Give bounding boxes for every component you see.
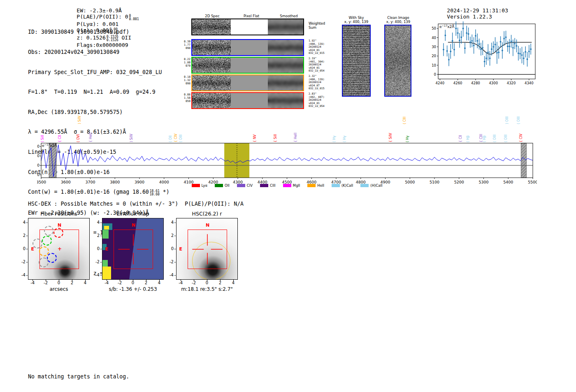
detection-id: ID: 3090130849 (3090130849.pdf) [28,29,170,35]
line-label-SiII: { SiII [274,134,277,142]
y-tickmark [26,223,28,223]
legend-item-CIV: CIV [237,183,253,188]
line-fit-chart: 01020304050424042604280430043204340e−17x… [426,21,538,89]
fiber-xlabel: arcsecs [28,286,90,292]
y-tick: 0 [92,246,100,251]
y-tickmark [26,236,28,236]
y-tick: -4 [92,273,100,277]
y-tick: 2 [166,233,174,238]
y-tickmark [174,223,176,223]
clean-image [384,25,411,97]
svg-text:0: 0 [37,163,39,167]
clean-image-title: Clean Imagex, y: 400, 139 [382,16,415,24]
x-tickmark [133,280,133,281]
x-tickmark [33,280,33,281]
cont-w: Cont(w) = 1.80(±0.01)e-16 (gmag 18.6018.… [28,189,170,196]
compass-north: N [58,223,61,228]
y-tick: 4 [166,220,174,225]
elixer-report-page: EW: -2.3±-0.9Å P(LAE)/P(OII): 000.001 P(… [0,0,576,392]
legend-item-Lyα: Lyα [192,183,208,188]
y-tick: -4 [18,273,26,277]
line-label-OVI: ( OVI [77,134,80,142]
line-label-OIII: ) OIII [505,116,509,124]
y-tickmark [100,275,102,276]
y-tickmark [26,262,28,262]
y-tick: -4 [166,273,174,277]
weighted-sum-label: WeightedSum [309,21,325,30]
svg-text:20: 20 [432,54,436,58]
pixel-flat-1 [231,40,268,55]
svg-text:4260: 4260 [453,81,462,85]
footer-line-1: No matching targets in catalog. [28,373,129,380]
line-label-Hγ: ( Hγ [332,135,336,142]
line-label-Hβ: ( Hβ [483,135,486,142]
y-tick: 2 [18,233,26,238]
footer-note: No matching targets in catalog. Row inte… [28,360,129,392]
report-version: Version 1.22.3 [447,14,492,20]
line-label-OIII: ( OIII [504,135,508,142]
line-label-SiIV: { SiIV [389,133,393,142]
y-tickmark [26,275,28,276]
cutout-row-1 [191,39,304,56]
center-marker: + [58,246,62,252]
crosshair [177,218,238,280]
x-tickmark [220,280,221,281]
x-tickmark [59,280,59,281]
line-label-OIII: ( OIII [493,135,497,142]
svg-text:4300: 4300 [489,81,498,85]
cutout-right-label-3: 2.32"(400, 139)20200124v024_07032_LU_015 [309,75,327,90]
svg-text:100: 100 [37,144,39,148]
cutout-left-label-3: 0.181.32098 [182,75,190,85]
line-label-HeII: { HeII [294,133,297,142]
cutout-left-label-1: 0.391.77098 [182,40,190,50]
seeing-throughput: F=1.8" T=0.119 N=1.21 A=0.09 g=24.9 [28,89,170,95]
cutout-row-4 [191,92,304,109]
lineflux-map-panel: NE [102,218,164,280]
line-label-OII: ( OII [169,135,172,142]
x-tick: -4 [103,281,110,285]
svg-text:4320: 4320 [507,81,516,85]
pixel-flat-3 [231,75,268,90]
cutout-row-0 [191,19,304,35]
x-tickmark [181,280,181,281]
x-tick: 4 [230,281,237,285]
line-label-OIII: ( OIII [517,116,520,124]
svg-text:4280: 4280 [471,81,480,85]
legend-item-CIII: CIII [260,183,275,188]
svg-text:0: 0 [434,72,436,77]
line-label-CIII: ( CIII [403,117,406,124]
y-tick: 2 [92,233,100,238]
y-tick: 4 [18,220,26,225]
cutout-right-label-2: 2.19"(401, 304)20200124v024_01032_LU_054 [309,57,327,73]
x-tick: 2 [143,281,149,285]
y-tick: -2 [166,260,174,264]
legend-item-HeII: HeII [307,183,324,188]
line-label-SiII: ( SiII [41,135,44,142]
x-tick: 4 [82,281,88,285]
y-tickmark [26,249,28,249]
primary-spec-slot: Primary Spec_Slot_IFU_AMP: 032_094_028_L… [28,69,170,76]
y-tickmark [174,262,176,262]
x-tickmark [159,280,160,281]
cutout-right-label-4: 2.83"(402, 487)20200124v024_01032_LU_054 [309,93,327,108]
ew-value: EW: -2.3±-0.9Å [77,7,122,14]
svg-text:-50: -50 [37,173,39,177]
x-tickmark [46,280,46,281]
line-label-CII: { CII [58,135,62,142]
x-tickmark [107,280,107,281]
fiber-circle-6 [47,253,57,263]
legend-item-OII: OII [215,183,230,188]
observation-id: Obs: 20200124v024_3090130849 [28,49,170,56]
y-tickmark [174,249,176,249]
line-label-SiIV: ) SiIV [78,116,81,124]
x-tick: -2 [190,281,197,285]
full-spectrum-chart: 3500360037003800390040004100420043004400… [37,110,537,187]
col-header-pixel-flat: Pixel Flat [233,14,270,18]
svg-text:50: 50 [37,154,39,158]
x-tick: -4 [29,281,36,285]
y-tickmark [174,275,176,276]
fiber-positions-title: Fiber Positions [28,211,90,217]
x-tickmark [233,280,234,281]
pixel-flat-2 [231,58,268,73]
y-tickmark [100,249,102,249]
